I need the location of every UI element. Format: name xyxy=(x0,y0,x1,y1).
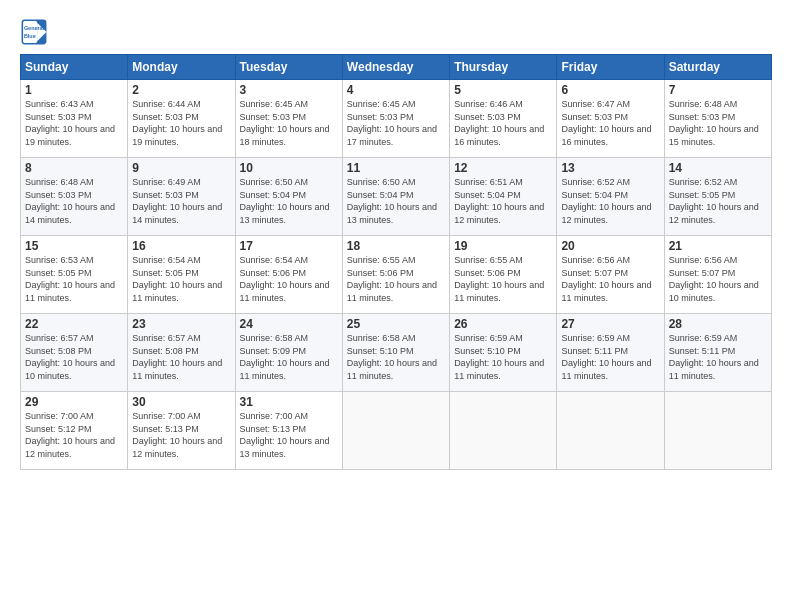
day-info: Sunrise: 6:45 AM Sunset: 5:03 PM Dayligh… xyxy=(240,98,338,148)
calendar-day-cell: 23 Sunrise: 6:57 AM Sunset: 5:08 PM Dayl… xyxy=(128,314,235,392)
day-number: 29 xyxy=(25,395,123,409)
sunrise: Sunrise: 6:53 AM xyxy=(25,255,94,265)
daylight: Daylight: 10 hours and 12 minutes. xyxy=(25,436,115,459)
calendar-day-cell: 10 Sunrise: 6:50 AM Sunset: 5:04 PM Dayl… xyxy=(235,158,342,236)
day-info: Sunrise: 6:54 AM Sunset: 5:06 PM Dayligh… xyxy=(240,254,338,304)
sunset: Sunset: 5:12 PM xyxy=(25,424,92,434)
daylight: Daylight: 10 hours and 13 minutes. xyxy=(347,202,437,225)
calendar-day-cell: 20 Sunrise: 6:56 AM Sunset: 5:07 PM Dayl… xyxy=(557,236,664,314)
day-number: 10 xyxy=(240,161,338,175)
daylight: Daylight: 10 hours and 12 minutes. xyxy=(454,202,544,225)
day-info: Sunrise: 6:54 AM Sunset: 5:05 PM Dayligh… xyxy=(132,254,230,304)
daylight: Daylight: 10 hours and 14 minutes. xyxy=(132,202,222,225)
sunrise: Sunrise: 6:59 AM xyxy=(669,333,738,343)
calendar-day-cell: 30 Sunrise: 7:00 AM Sunset: 5:13 PM Dayl… xyxy=(128,392,235,470)
calendar-day-cell xyxy=(450,392,557,470)
day-of-week-header: Monday xyxy=(128,55,235,80)
day-info: Sunrise: 7:00 AM Sunset: 5:13 PM Dayligh… xyxy=(240,410,338,460)
day-info: Sunrise: 6:46 AM Sunset: 5:03 PM Dayligh… xyxy=(454,98,552,148)
day-number: 12 xyxy=(454,161,552,175)
sunrise: Sunrise: 6:48 AM xyxy=(25,177,94,187)
calendar-day-cell: 1 Sunrise: 6:43 AM Sunset: 5:03 PM Dayli… xyxy=(21,80,128,158)
sunset: Sunset: 5:03 PM xyxy=(25,112,92,122)
daylight: Daylight: 10 hours and 17 minutes. xyxy=(347,124,437,147)
sunset: Sunset: 5:11 PM xyxy=(669,346,736,356)
svg-text:General: General xyxy=(24,25,45,31)
sunset: Sunset: 5:03 PM xyxy=(132,112,199,122)
logo-icon: General Blue xyxy=(20,18,48,46)
calendar-week-row: 1 Sunrise: 6:43 AM Sunset: 5:03 PM Dayli… xyxy=(21,80,772,158)
day-info: Sunrise: 6:51 AM Sunset: 5:04 PM Dayligh… xyxy=(454,176,552,226)
day-number: 21 xyxy=(669,239,767,253)
daylight: Daylight: 10 hours and 14 minutes. xyxy=(25,202,115,225)
calendar-day-cell: 12 Sunrise: 6:51 AM Sunset: 5:04 PM Dayl… xyxy=(450,158,557,236)
calendar-day-cell: 19 Sunrise: 6:55 AM Sunset: 5:06 PM Dayl… xyxy=(450,236,557,314)
day-info: Sunrise: 6:50 AM Sunset: 5:04 PM Dayligh… xyxy=(347,176,445,226)
calendar-week-row: 29 Sunrise: 7:00 AM Sunset: 5:12 PM Dayl… xyxy=(21,392,772,470)
day-number: 31 xyxy=(240,395,338,409)
daylight: Daylight: 10 hours and 11 minutes. xyxy=(454,358,544,381)
day-number: 25 xyxy=(347,317,445,331)
calendar-day-cell: 31 Sunrise: 7:00 AM Sunset: 5:13 PM Dayl… xyxy=(235,392,342,470)
calendar-day-cell: 8 Sunrise: 6:48 AM Sunset: 5:03 PM Dayli… xyxy=(21,158,128,236)
logo: General Blue xyxy=(20,18,52,46)
calendar-day-cell: 14 Sunrise: 6:52 AM Sunset: 5:05 PM Dayl… xyxy=(664,158,771,236)
day-number: 26 xyxy=(454,317,552,331)
day-number: 23 xyxy=(132,317,230,331)
day-info: Sunrise: 6:48 AM Sunset: 5:03 PM Dayligh… xyxy=(669,98,767,148)
day-info: Sunrise: 6:52 AM Sunset: 5:04 PM Dayligh… xyxy=(561,176,659,226)
page-header: General Blue xyxy=(20,18,772,46)
sunrise: Sunrise: 6:55 AM xyxy=(347,255,416,265)
day-number: 15 xyxy=(25,239,123,253)
calendar-table: SundayMondayTuesdayWednesdayThursdayFrid… xyxy=(20,54,772,470)
day-info: Sunrise: 6:58 AM Sunset: 5:10 PM Dayligh… xyxy=(347,332,445,382)
sunrise: Sunrise: 6:45 AM xyxy=(240,99,309,109)
sunset: Sunset: 5:04 PM xyxy=(561,190,628,200)
sunrise: Sunrise: 7:00 AM xyxy=(132,411,201,421)
day-number: 11 xyxy=(347,161,445,175)
daylight: Daylight: 10 hours and 11 minutes. xyxy=(132,358,222,381)
sunrise: Sunrise: 6:52 AM xyxy=(669,177,738,187)
day-number: 4 xyxy=(347,83,445,97)
sunset: Sunset: 5:05 PM xyxy=(669,190,736,200)
day-info: Sunrise: 6:44 AM Sunset: 5:03 PM Dayligh… xyxy=(132,98,230,148)
svg-rect-2 xyxy=(23,21,37,43)
day-info: Sunrise: 6:47 AM Sunset: 5:03 PM Dayligh… xyxy=(561,98,659,148)
day-number: 17 xyxy=(240,239,338,253)
sunrise: Sunrise: 6:58 AM xyxy=(240,333,309,343)
daylight: Daylight: 10 hours and 11 minutes. xyxy=(454,280,544,303)
calendar-day-cell: 15 Sunrise: 6:53 AM Sunset: 5:05 PM Dayl… xyxy=(21,236,128,314)
daylight: Daylight: 10 hours and 19 minutes. xyxy=(25,124,115,147)
daylight: Daylight: 10 hours and 16 minutes. xyxy=(561,124,651,147)
sunrise: Sunrise: 6:47 AM xyxy=(561,99,630,109)
sunset: Sunset: 5:04 PM xyxy=(454,190,521,200)
calendar-day-cell: 9 Sunrise: 6:49 AM Sunset: 5:03 PM Dayli… xyxy=(128,158,235,236)
sunrise: Sunrise: 7:00 AM xyxy=(240,411,309,421)
calendar-day-cell: 3 Sunrise: 6:45 AM Sunset: 5:03 PM Dayli… xyxy=(235,80,342,158)
day-number: 9 xyxy=(132,161,230,175)
daylight: Daylight: 10 hours and 11 minutes. xyxy=(240,358,330,381)
sunset: Sunset: 5:03 PM xyxy=(669,112,736,122)
day-number: 27 xyxy=(561,317,659,331)
sunset: Sunset: 5:03 PM xyxy=(347,112,414,122)
day-number: 2 xyxy=(132,83,230,97)
sunset: Sunset: 5:11 PM xyxy=(561,346,628,356)
day-info: Sunrise: 6:48 AM Sunset: 5:03 PM Dayligh… xyxy=(25,176,123,226)
sunrise: Sunrise: 6:48 AM xyxy=(669,99,738,109)
sunrise: Sunrise: 7:00 AM xyxy=(25,411,94,421)
calendar-day-cell: 11 Sunrise: 6:50 AM Sunset: 5:04 PM Dayl… xyxy=(342,158,449,236)
calendar-day-cell: 28 Sunrise: 6:59 AM Sunset: 5:11 PM Dayl… xyxy=(664,314,771,392)
calendar-day-cell: 18 Sunrise: 6:55 AM Sunset: 5:06 PM Dayl… xyxy=(342,236,449,314)
calendar-day-cell xyxy=(664,392,771,470)
sunset: Sunset: 5:09 PM xyxy=(240,346,307,356)
day-info: Sunrise: 6:43 AM Sunset: 5:03 PM Dayligh… xyxy=(25,98,123,148)
daylight: Daylight: 10 hours and 19 minutes. xyxy=(132,124,222,147)
daylight: Daylight: 10 hours and 16 minutes. xyxy=(454,124,544,147)
sunrise: Sunrise: 6:50 AM xyxy=(347,177,416,187)
header-row: SundayMondayTuesdayWednesdayThursdayFrid… xyxy=(21,55,772,80)
daylight: Daylight: 10 hours and 13 minutes. xyxy=(240,436,330,459)
daylight: Daylight: 10 hours and 11 minutes. xyxy=(132,280,222,303)
calendar-header: SundayMondayTuesdayWednesdayThursdayFrid… xyxy=(21,55,772,80)
calendar-day-cell: 22 Sunrise: 6:57 AM Sunset: 5:08 PM Dayl… xyxy=(21,314,128,392)
sunset: Sunset: 5:07 PM xyxy=(561,268,628,278)
